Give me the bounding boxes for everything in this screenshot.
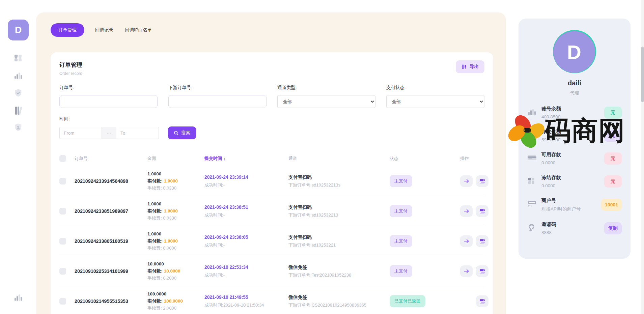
time-cell: 2021-09-10 21:49:55 成功时间:2021-09-10 21:5…	[204, 294, 288, 308]
time-cell: 2021-09-10 22:53:34 成功时间:-	[204, 264, 288, 278]
channel-type-select[interactable]: 全部	[277, 95, 375, 108]
tab-order-management[interactable]: 订单管理	[51, 23, 84, 37]
amount-cell: 1.0000 实付款: 1.0000 手续费: 0.0330	[147, 171, 204, 191]
search-icon	[174, 131, 179, 136]
channel-cell: 支付宝扫码 下游订单号:sd102532213s	[288, 174, 390, 188]
order-no-input[interactable]	[59, 95, 158, 108]
export-button[interactable]: 导出	[456, 60, 484, 73]
stat-badge[interactable]: 元	[604, 107, 622, 119]
toggle-settings-button[interactable]	[476, 205, 488, 217]
stat-badge[interactable]: 10001	[601, 199, 622, 211]
time-range-separator: ···	[102, 127, 116, 139]
pay-status-select[interactable]: 全部	[386, 95, 484, 108]
credit-card-icon	[527, 154, 541, 163]
channel-cell: 支付宝扫码 下游订单号:sd10253221	[288, 234, 390, 248]
downstream-order-no-input[interactable]	[168, 95, 267, 108]
time-to-input[interactable]	[116, 127, 159, 139]
tab-callback-records[interactable]: 回调记录	[94, 23, 114, 37]
amount-cell: 10.0000 实付款: 10.0000 手续费: 0.2000	[147, 261, 204, 281]
row-checkbox[interactable]	[59, 268, 66, 275]
profile-card: D daili 代理 账号余额 400.8500 元 存款金额 597.8500…	[519, 19, 631, 259]
bottom-bar-chart-icon[interactable]	[0, 293, 36, 303]
stat-label: 邀请码	[541, 221, 604, 228]
toggle-settings-button[interactable]	[476, 175, 488, 187]
app-logo[interactable]: D	[8, 20, 29, 40]
table-row: 20210910225334101999 10.0000 实付款: 10.000…	[59, 256, 484, 286]
order-id: 20210910225334101999	[75, 268, 147, 274]
detail-arrow-button[interactable]	[460, 175, 473, 187]
toggle-settings-button[interactable]	[476, 235, 488, 247]
pos-icon	[527, 200, 541, 209]
bar-chart-icon	[527, 108, 541, 118]
header-status: 状态	[390, 155, 440, 162]
stat-label: 商户号	[541, 197, 601, 204]
library-icon[interactable]	[0, 105, 36, 116]
stat-badge[interactable]: 元	[604, 130, 622, 142]
profile-stats: 账号余额 400.8500 元 存款金额 597.8500 元 可用存款 0.0…	[519, 106, 631, 235]
shield-check-icon[interactable]	[0, 88, 36, 98]
stat-badge[interactable]: 元	[604, 152, 622, 165]
status-badge: 未支付	[390, 205, 412, 217]
scrollbar-thumb[interactable]	[641, 47, 644, 102]
scrollbar-track[interactable]	[641, 0, 644, 314]
toggle-settings-button[interactable]	[476, 265, 488, 277]
amount-cell: 100.0000 实付款: 100.0000 手续费: 2.0000	[147, 291, 204, 311]
submit-time: 2021-09-24 23:38:51	[204, 204, 288, 210]
detail-arrow-button[interactable]	[460, 235, 473, 247]
select-all-checkbox[interactable]	[59, 155, 66, 162]
table-header-row: 订单号 金额 提交时间↓ 通道 状态 操作	[59, 151, 484, 166]
status-badge: 已支付已返回	[390, 295, 425, 307]
stat-label: 存款金额	[541, 129, 604, 135]
order-id: 20210924233914504898	[75, 178, 147, 184]
stat-label: 可用存款	[541, 151, 604, 158]
page-title: 订单管理	[59, 61, 484, 69]
order-id: 20210924233851989897	[75, 208, 147, 214]
submit-time: 2021-09-24 23:38:05	[204, 234, 288, 240]
status-badge: 未支付	[390, 235, 412, 247]
table-row: 20210924233805100519 1.0000 实付款: 1.0000 …	[59, 226, 484, 256]
stats-bar-chart-icon[interactable]	[0, 71, 36, 81]
tab-callback-ip-whitelist[interactable]: 回调IP白名单	[124, 23, 152, 37]
search-button[interactable]: 搜索	[168, 126, 196, 139]
status-badge: 未支付	[390, 265, 412, 277]
channel-cell: 微信免签 下游订单号:Test2021091052238	[288, 264, 390, 278]
left-sidebar: D	[0, 0, 36, 314]
row-checkbox[interactable]	[59, 208, 66, 215]
sort-down-icon: ↓	[223, 156, 226, 161]
order-no-label: 订单号:	[59, 85, 158, 91]
header-submit-time-sort[interactable]: 提交时间↓	[204, 155, 288, 162]
row-actions	[440, 295, 488, 307]
row-checkbox[interactable]	[59, 238, 66, 245]
header-actions: 操作	[440, 155, 484, 162]
orders-table: 订单号 金额 提交时间↓ 通道 状态 操作 202109242339145048…	[59, 151, 484, 314]
main-panel: 订单管理 回调记录 回调IP白名单 订单管理 Order record 导出 订…	[36, 12, 506, 314]
row-checkbox[interactable]	[59, 178, 66, 184]
stat-value: 0.0000	[541, 160, 604, 165]
header-channel: 通道	[288, 155, 390, 162]
status-badge: 未支付	[390, 175, 412, 187]
detail-arrow-button[interactable]	[460, 205, 473, 217]
profile-stat-row: 邀请码 8888 复制	[527, 221, 622, 235]
toggle-settings-button[interactable]	[476, 295, 488, 307]
channel-cell: 微信免签 下游订单号:CS20210910214950836365	[288, 294, 390, 308]
profile-stat-row: 商户号 对接API时的商户号 10001	[527, 197, 622, 212]
stat-label: 账号余额	[541, 106, 604, 112]
filter-form: 订单号: 下游订单号: 通道类型: 全部 支付状态: 全部	[59, 85, 484, 108]
profile-stat-row: 可用存款 0.0000 元	[527, 151, 622, 165]
channel-cell: 支付宝扫码 下游订单号:sd102532213	[288, 204, 390, 218]
profile-stat-row: 账号余额 400.8500 元	[527, 106, 622, 119]
row-checkbox[interactable]	[59, 298, 66, 305]
user-badge-icon[interactable]	[0, 123, 36, 132]
time-from-input[interactable]	[59, 127, 102, 139]
stat-badge[interactable]: 复制	[604, 222, 622, 234]
detail-arrow-button[interactable]	[460, 265, 473, 277]
stat-badge[interactable]: 元	[604, 175, 622, 188]
header-amount: 金额	[147, 155, 204, 162]
channel-type-label: 通道类型:	[277, 85, 375, 91]
row-actions	[440, 205, 488, 217]
stat-label: 冻结存款	[541, 174, 604, 181]
order-management-card: 订单管理 Order record 导出 订单号: 下游订单号: 通道类型: 全…	[51, 52, 493, 314]
avatar[interactable]: D	[553, 31, 595, 73]
submit-time: 2021-09-10 22:53:34	[204, 264, 288, 270]
dashboard-grid-icon[interactable]	[0, 53, 36, 63]
